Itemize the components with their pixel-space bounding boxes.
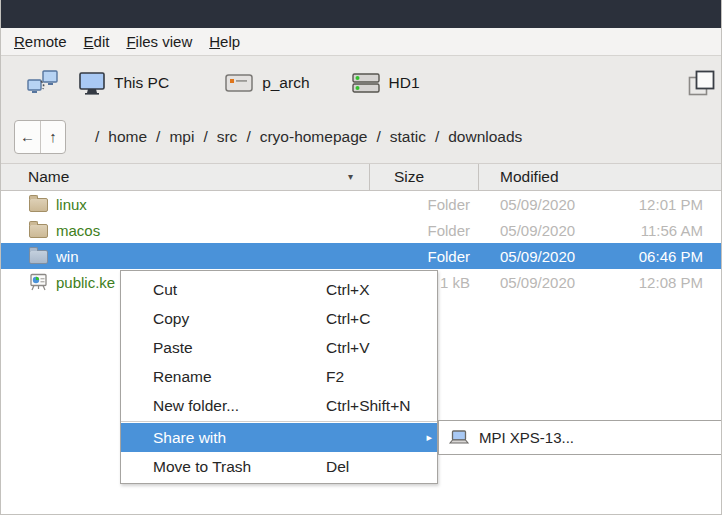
up-button[interactable]: ↑ [40,121,65,153]
back-icon: ← [20,128,35,145]
breadcrumb-cryo-homepage[interactable]: cryo-homepage [260,128,368,146]
drive-icon [352,72,380,94]
breadcrumb: / home / mpi / src / cryo-homepage / sta… [86,128,522,146]
context-menu: Cut Ctrl+X Copy Ctrl+C Paste Ctrl+V Rena… [120,270,438,484]
menu-item-new-folder[interactable]: New folder... Ctrl+Shift+N [121,391,437,420]
presentation-icon [29,273,48,291]
menu-item-share-with[interactable]: Share with ▸ [121,423,437,452]
column-header-name[interactable]: Name [28,168,69,186]
file-name: macos [56,222,100,239]
share-with-submenu: MPI XPS-13... [438,420,722,455]
menu-item-paste[interactable]: Paste Ctrl+V [121,333,437,362]
breadcrumb-home[interactable]: home [108,128,147,146]
file-size: Folder [369,222,470,239]
list-header: Name ▾ Size Modified [1,163,722,191]
this-pc-label: This PC [114,74,169,92]
file-date: 05/09/2020 [500,196,575,213]
navigation-bar: ← ↑ / home / mpi / src / cryo-homepage /… [1,110,722,163]
file-time: 12:08 PM [639,274,703,291]
menu-item-shortcut: Del [326,458,349,476]
menu-item-label: Rename [153,368,212,386]
column-divider[interactable] [478,164,479,191]
menu-edit[interactable]: Edit [84,33,110,50]
path-separator: / [246,128,250,146]
table-row-win[interactable]: win Folder 05/09/2020 06:46 PM [1,243,722,269]
menu-item-label: Share with [153,429,226,447]
menu-item-label: Cut [153,281,177,299]
nav-button-group: ← ↑ [14,120,66,154]
menu-item-label: Paste [153,339,193,357]
menu-item-move-to-trash[interactable]: Move to Trash Del [121,452,437,481]
breadcrumb-mpi[interactable]: mpi [169,128,194,146]
menu-separator [121,421,437,422]
column-header-modified[interactable]: Modified [500,168,559,186]
folder-icon [29,224,48,238]
hd1-label: HD1 [389,74,420,92]
file-size: Folder [369,248,470,265]
terminal-icon [225,73,253,93]
monitor-icon [79,72,105,95]
path-separator: / [376,128,380,146]
file-name: win [56,248,79,265]
menu-remote[interactable]: Remote [14,33,67,50]
file-name: linux [56,196,87,213]
menu-item-label: New folder... [153,397,239,415]
this-pc-button[interactable]: This PC [79,72,169,95]
table-row-macos[interactable]: macos Folder 05/09/2020 11:56 AM [1,217,722,243]
sort-desc-icon[interactable]: ▾ [348,171,353,182]
title-bar [1,0,722,28]
submenu-arrow-icon: ▸ [426,431,432,444]
path-separator: / [435,128,439,146]
menu-item-shortcut: F2 [326,368,344,386]
menu-item-cut[interactable]: Cut Ctrl+X [121,275,437,304]
up-icon: ↑ [49,128,57,145]
back-button[interactable]: ← [15,121,40,153]
file-time: 11:56 AM [641,222,703,239]
menu-item-shortcut: Ctrl+X [326,281,370,299]
file-date: 05/09/2020 [500,222,575,239]
column-divider[interactable] [369,164,370,191]
column-header-size[interactable]: Size [394,168,424,186]
p-arch-button[interactable]: p_arch [225,73,309,93]
submenu-item-label: MPI XPS-13... [479,429,574,446]
file-size: Folder [369,196,470,213]
menu-item-label: Copy [153,310,189,328]
menu-item-shortcut: Ctrl+V [326,339,370,357]
breadcrumb-src[interactable]: src [217,128,238,146]
path-separator: / [156,128,160,146]
file-date: 05/09/2020 [500,274,575,291]
menu-files-view[interactable]: Files view [126,33,192,50]
file-time: 12:01 PM [639,196,703,213]
path-separator: / [95,128,99,146]
laptop-icon [449,430,470,445]
menu-item-shortcut: Ctrl+Shift+N [326,397,410,415]
menu-item-copy[interactable]: Copy Ctrl+C [121,304,437,333]
file-date: 05/09/2020 [500,248,575,265]
copy-icon[interactable] [687,69,715,97]
file-manager-window: Remote Edit Files view Help This PC [0,0,722,515]
file-time: 06:46 PM [639,248,703,265]
table-row-linux[interactable]: linux Folder 05/09/2020 12:01 PM [1,191,722,217]
hd1-button[interactable]: HD1 [352,72,420,94]
p-arch-label: p_arch [262,74,309,92]
path-separator: / [203,128,207,146]
menu-item-rename[interactable]: Rename F2 [121,362,437,391]
menu-help[interactable]: Help [209,33,240,50]
submenu-item-mpi-xps13[interactable]: MPI XPS-13... [449,429,574,446]
menu-bar: Remote Edit Files view Help [1,28,722,56]
menu-item-shortcut: Ctrl+C [326,310,370,328]
folder-icon [29,198,48,212]
breadcrumb-static[interactable]: static [390,128,426,146]
breadcrumb-downloads[interactable]: downloads [448,128,522,146]
toolbar: This PC p_arch HD1 [1,56,722,110]
menu-item-label: Move to Trash [153,458,251,476]
file-name: public.ke [56,274,115,291]
folder-icon [29,250,48,264]
remote-link-icon[interactable] [27,68,59,98]
